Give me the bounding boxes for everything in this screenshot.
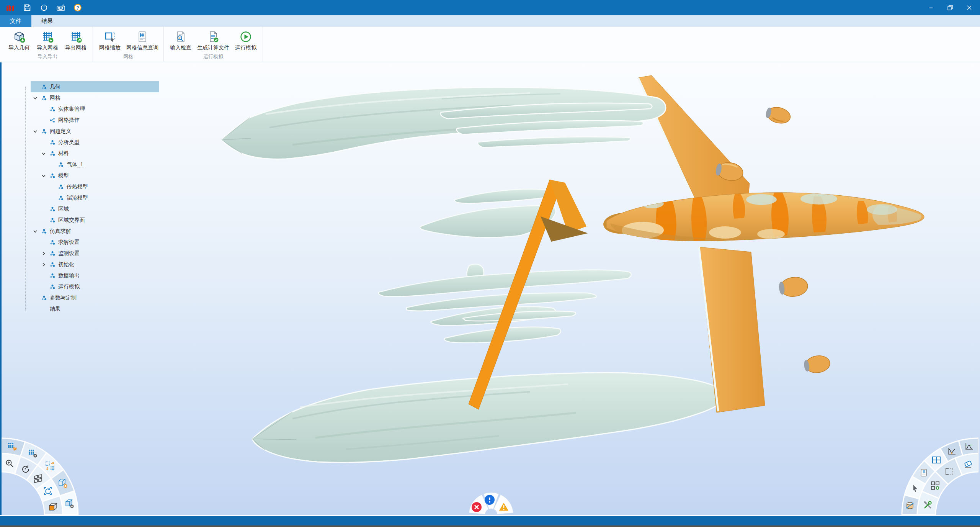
tree-item-label: 区域交界面 — [58, 217, 85, 224]
tree-item[interactable]: 实体集管理 — [31, 103, 159, 115]
tree-item-label: 运行模拟 — [58, 283, 80, 290]
power-icon[interactable] — [38, 2, 50, 13]
tree-item-label: 结果 — [50, 306, 60, 313]
ribbon-button-label: 导入网格 — [37, 44, 58, 51]
info-badge-icon[interactable] — [485, 495, 495, 505]
tree-item[interactable]: 网格 — [31, 92, 159, 103]
ribbon-button-run-simulation[interactable]: 运行模拟 — [232, 29, 260, 52]
svg-text:?: ? — [179, 36, 181, 39]
ribbon-button-icon — [103, 29, 116, 44]
tree-item[interactable]: 区域 — [31, 203, 159, 214]
report-sheet-icon[interactable] — [921, 469, 926, 476]
ribbon-button-icon — [13, 29, 26, 44]
expander-icon[interactable] — [39, 139, 48, 146]
tree-item-label: 网格 — [50, 95, 60, 101]
expander-icon[interactable] — [47, 184, 57, 190]
tree-item-icon — [40, 306, 48, 312]
ribbon-group-label: 网格 — [96, 53, 160, 62]
expander-icon[interactable] — [31, 84, 40, 90]
expander-icon[interactable] — [39, 117, 48, 123]
help-icon[interactable]: ? — [72, 2, 83, 13]
error-badge-icon[interactable] — [472, 502, 482, 512]
ribbon-group-label: 运行模拟 — [167, 53, 260, 62]
expander-icon[interactable] — [31, 95, 40, 101]
ribbon-button-mesh-info[interactable]: 网格信息查询 — [124, 29, 160, 52]
tree-item-icon — [48, 206, 57, 212]
tree-item-label: 参数与定制 — [50, 295, 77, 301]
tree-item[interactable]: 分析类型 — [31, 137, 159, 148]
expander-icon[interactable] — [39, 173, 48, 179]
expander-icon[interactable] — [39, 239, 48, 245]
app-logo-icon[interactable] — [5, 2, 16, 13]
tree-item-icon — [57, 184, 65, 190]
expander-icon[interactable] — [39, 250, 48, 257]
tree-item[interactable]: 网格操作 — [31, 115, 159, 126]
tree-item[interactable]: 材料 — [31, 148, 159, 159]
tree-item-label: 几何 — [50, 83, 60, 90]
tree-item[interactable]: 模型 — [31, 170, 159, 181]
tree-item[interactable]: 问题定义 — [31, 126, 159, 137]
expander-icon[interactable] — [31, 306, 40, 312]
tree-item[interactable]: 气体_1 — [31, 159, 159, 170]
tree-item-label: 初始化 — [58, 261, 74, 268]
ribbon-button-export-mesh[interactable]: 导出网格 — [62, 29, 90, 52]
tree-item[interactable]: 数据输出 — [31, 270, 159, 281]
expander-icon[interactable] — [47, 162, 57, 168]
expander-icon[interactable] — [39, 206, 48, 212]
ribbon-button-generate-file[interactable]: 生成计算文件 — [195, 29, 231, 52]
tree-item[interactable]: 传热模型 — [31, 181, 159, 192]
titlebar: ? — [0, 0, 980, 15]
statusbar — [0, 516, 980, 525]
alert-fan — [464, 493, 518, 515]
tree-item[interactable]: 求解设置 — [31, 237, 159, 248]
view-control-wheel-right — [898, 437, 978, 515]
tree-item-label: 区域 — [58, 206, 69, 213]
minimize-button[interactable] — [926, 3, 936, 12]
tree-item-label: 仿真求解 — [50, 228, 71, 235]
tab-label: 文件 — [10, 18, 21, 25]
window-border-bottom — [0, 525, 980, 527]
tree-item-icon — [48, 273, 57, 279]
maximize-button[interactable] — [946, 3, 955, 12]
tree-item[interactable]: 参数与定制 — [31, 292, 159, 303]
clip-section-icon[interactable] — [906, 502, 914, 509]
tree-item[interactable]: 湍流模型 — [31, 192, 159, 203]
tab-file[interactable]: 文件 — [0, 15, 31, 27]
ribbon-button-input-check[interactable]: ? 输入检查 — [167, 29, 194, 52]
expander-icon[interactable] — [39, 284, 48, 290]
expander-icon[interactable] — [31, 128, 40, 134]
expander-icon[interactable] — [31, 295, 40, 301]
expander-icon[interactable] — [39, 262, 48, 268]
ribbon-tab-bar: 文件 结果 — [0, 15, 980, 27]
tree-item[interactable]: 初始化 — [31, 259, 159, 270]
ribbon-button-import-mesh[interactable]: 导入网格 — [34, 29, 61, 52]
ribbon-button-mesh-scale[interactable]: 网格缩放 — [96, 29, 124, 52]
tab-results[interactable]: 结果 — [31, 15, 63, 27]
expander-icon[interactable] — [39, 151, 48, 157]
close-button[interactable] — [965, 3, 974, 12]
tree-item-icon — [40, 84, 48, 90]
expander-icon[interactable] — [39, 106, 48, 112]
expander-icon[interactable] — [47, 195, 57, 201]
expander-icon[interactable] — [31, 228, 40, 234]
tree-item[interactable]: 运行模拟 — [31, 281, 159, 292]
tree-item[interactable]: 几何 — [31, 81, 159, 92]
ribbon-group: 网格缩放 网格信息查询 网格 — [93, 27, 164, 62]
tree-item[interactable]: 结果 — [31, 303, 159, 314]
table-view-icon[interactable] — [933, 457, 940, 463]
expander-icon[interactable] — [39, 217, 48, 223]
tree-item-label: 气体_1 — [67, 161, 83, 168]
tree-item[interactable]: 监测设置 — [31, 248, 159, 259]
tree-item-icon — [48, 106, 57, 112]
tree-item-icon — [40, 228, 48, 234]
tree-item-label: 网格操作 — [58, 117, 80, 124]
tree-item[interactable]: 区域交界面 — [31, 214, 159, 226]
save-icon[interactable] — [21, 2, 33, 13]
tree-item-label: 分析类型 — [58, 139, 80, 146]
keyboard-icon[interactable] — [55, 2, 67, 13]
ribbon-button-icon — [136, 29, 149, 44]
tree-item[interactable]: 仿真求解 — [31, 226, 159, 237]
ribbon-button-import-geometry[interactable]: 导入几何 — [5, 29, 33, 52]
tree-item-icon — [48, 117, 57, 123]
expander-icon[interactable] — [39, 273, 48, 279]
